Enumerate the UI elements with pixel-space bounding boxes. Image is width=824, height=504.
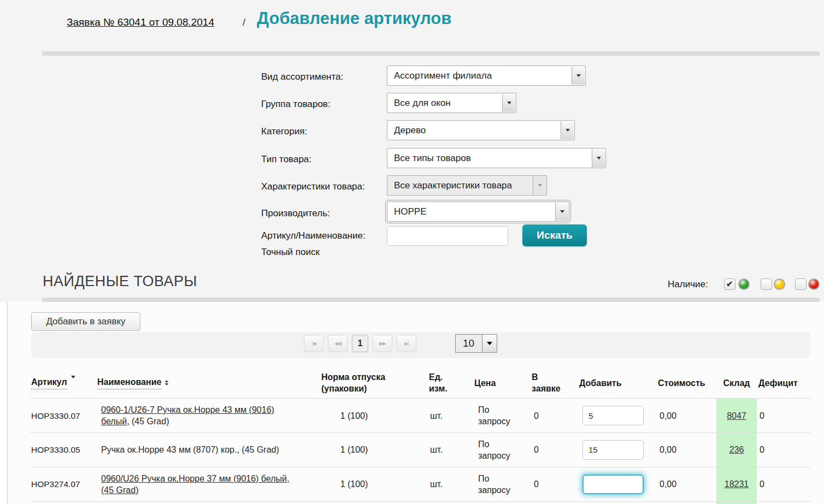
last-page-button[interactable]: ▶| (397, 335, 416, 352)
chevron-down-icon[interactable] (502, 94, 515, 112)
in-stock-indicator-icon (738, 278, 750, 290)
out-of-stock-indicator-icon (808, 278, 820, 290)
price-cell: По запросу (478, 432, 517, 467)
product-type-value: Все типы товаров (394, 153, 471, 164)
sort-both-icon (165, 380, 168, 386)
add-quantity-input[interactable] (582, 440, 644, 460)
assortment-type-value: Ассортимент филиала (394, 70, 492, 81)
product-name-text: Ручка ок.Hoppe 43 мм (8707) кор., (45 Gr… (101, 445, 279, 454)
sort-desc-icon (71, 377, 75, 389)
availability-in-stock-checkbox[interactable] (724, 278, 735, 290)
add-quantity-input-focused[interactable] (582, 475, 644, 494)
in-order-cell: 0 (534, 467, 539, 501)
stock-quantity-link[interactable]: 18231 (725, 478, 749, 490)
assortment-type-select[interactable]: Ассортимент филиала (387, 66, 586, 86)
deficit-cell: 0 (760, 467, 764, 501)
name-cell: 0960-1/U26-7 Ручка ок.Hoppe 43 мм (9016)… (101, 399, 293, 432)
column-header-name[interactable]: Наименование (97, 368, 168, 398)
in-order-cell: 0 (534, 399, 539, 432)
breadcrumb-separator: / (243, 17, 245, 28)
articul-name-label: Артикул/Наименование: (261, 230, 366, 241)
unit-cell: шт. (430, 432, 443, 467)
column-header-stock: Склад (716, 368, 757, 398)
prev-page-button[interactable]: ◀◀ (328, 335, 348, 352)
articul-cell: НОР3274.07 (31, 467, 80, 501)
current-page-button[interactable]: 1 (352, 335, 368, 352)
articul-cell: НОР3330.05 (31, 432, 80, 467)
results-heading: НАЙДЕНЫЕ ТОВАРЫ (43, 273, 197, 290)
product-name-text: (45 Grad) (130, 417, 169, 426)
page-title: Добавление артикулов (257, 9, 451, 28)
characteristics-label: Характеристики товара: (261, 181, 365, 192)
manufacturer-value: HOPPE (394, 206, 427, 217)
stock-quantity-link[interactable]: 8047 (727, 410, 746, 422)
column-header-articul[interactable]: Артикул (31, 368, 75, 398)
page-size-select[interactable]: 10 (455, 334, 497, 353)
norm-cell: 1 (100) (321, 399, 387, 432)
in-order-cell: 0 (534, 432, 539, 467)
chevron-down-icon (533, 176, 546, 194)
availability-label: Наличие: (668, 279, 708, 290)
stock-quantity-link[interactable]: 236 (729, 444, 744, 455)
column-header-deficit: Дефицит (758, 368, 798, 398)
chevron-down-icon[interactable] (592, 149, 605, 167)
product-name-link[interactable]: 0960-1/U26-7 Ручка ок.Hoppe 43 мм (9016)… (101, 405, 274, 426)
order-breadcrumb-link[interactable]: Заявка № 63041 от 09.08.2014 (67, 16, 214, 28)
chevron-down-icon[interactable] (482, 335, 497, 352)
price-cell: По запросу (478, 399, 517, 432)
characteristics-value: Все характеристики товара (394, 180, 512, 191)
unit-cell: шт. (430, 399, 443, 432)
table-row: НОР3330.07 0960-1/U26-7 Ручка ок.Hoppe 4… (0, 399, 824, 432)
column-header-norm: Норма отпуска (упаковки) (321, 368, 387, 398)
column-header-cost: Стоимость (658, 368, 705, 398)
column-header-unit: Ед. изм. (429, 368, 452, 398)
availability-low-stock-checkbox[interactable] (761, 278, 772, 290)
results-divider (42, 298, 820, 302)
manufacturer-select[interactable]: HOPPE (387, 201, 569, 222)
category-label: Категория: (261, 126, 307, 137)
table-row: НОР3274.07 0960/U26 Ручка ок.Hoppe 37 мм… (0, 467, 824, 501)
product-name-link[interactable]: 0960/U26 Ручка ок.Hoppe 37 мм (9016) бел… (101, 474, 289, 495)
header-divider (42, 51, 820, 56)
price-cell: По запросу (478, 467, 517, 501)
articul-cell: НОР3330.07 (31, 399, 80, 432)
column-header-add: Добавить (579, 368, 622, 398)
product-group-value: Все для окон (394, 98, 451, 109)
search-input[interactable] (387, 226, 508, 246)
add-quantity-input[interactable] (582, 406, 644, 425)
column-header-in-order: В заявке (532, 368, 564, 398)
add-articles-page: Заявка № 63041 от 09.08.2014 / Добавлени… (0, 0, 824, 504)
pagination-toolbar (31, 332, 810, 358)
page-size-value: 10 (463, 337, 474, 349)
manufacturer-label: Производитель: (261, 208, 330, 219)
chevron-down-icon[interactable] (572, 67, 585, 85)
category-select[interactable]: Дерево (387, 120, 575, 140)
assortment-type-label: Вид ассортимента: (261, 72, 343, 82)
cost-cell: 0,00 (660, 399, 676, 432)
availability-out-of-stock-checkbox[interactable] (795, 278, 807, 290)
add-to-order-button[interactable]: Добавить в заявку (31, 312, 140, 331)
product-group-label: Группа товаров: (261, 99, 331, 110)
name-cell: Ручка ок.Hoppe 43 мм (8707) кор., (45 Gr… (101, 432, 293, 467)
first-page-button[interactable]: |◀ (304, 335, 323, 352)
unit-cell: шт. (430, 467, 443, 501)
deficit-cell: 0 (760, 399, 764, 432)
chevron-down-icon[interactable] (561, 121, 574, 139)
chevron-down-icon[interactable] (555, 203, 568, 221)
table-header: Артикул Наименование Норма отпуска (упак… (0, 368, 824, 398)
exact-search-label: Точный поиск (261, 247, 320, 258)
product-group-select[interactable]: Все для окон (387, 93, 516, 113)
cost-cell: 0,00 (660, 467, 676, 501)
product-type-label: Тип товара: (261, 154, 311, 165)
product-type-select[interactable]: Все типы товаров (387, 148, 606, 168)
norm-cell: 1 (100) (321, 467, 387, 501)
category-value: Дерево (394, 125, 426, 136)
table-row: НОР3330.05 Ручка ок.Hoppe 43 мм (8707) к… (0, 432, 824, 467)
column-header-price: Цена (474, 368, 496, 398)
search-button[interactable]: Искать (522, 224, 587, 246)
next-page-button[interactable]: ▶▶ (373, 335, 392, 352)
characteristics-select: Все характеристики товара (387, 175, 547, 195)
name-cell: 0960/U26 Ручка ок.Hoppe 37 мм (9016) бел… (101, 467, 293, 501)
norm-cell: 1 (100) (321, 432, 387, 467)
deficit-cell: 0 (760, 432, 764, 467)
